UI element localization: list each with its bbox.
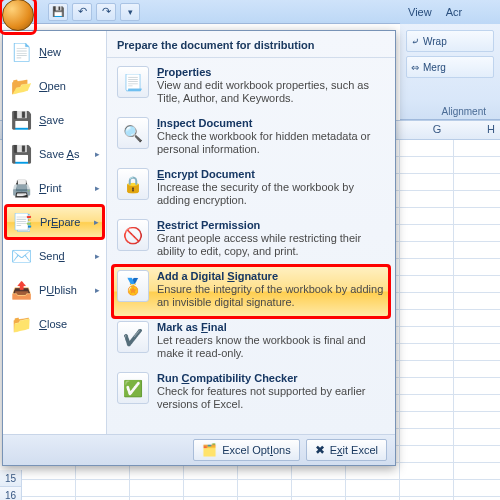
inspect-title: Inspect Document bbox=[157, 117, 385, 129]
menu-save-as-label: Save As bbox=[39, 148, 79, 160]
menu-close-label: Close bbox=[39, 318, 67, 330]
office-menu-left: 📄 New 📂 Open 💾 Save 💾 Save As ▸ 🖨️ Print… bbox=[3, 31, 107, 434]
menu-send[interactable]: ✉️ Send ▸ bbox=[5, 239, 104, 273]
properties-desc: View and edit workbook properties, such … bbox=[157, 79, 385, 105]
close-icon: 📁 bbox=[9, 312, 33, 336]
submenu-arrow-icon: ▸ bbox=[95, 285, 100, 295]
column-header-h[interactable]: H bbox=[464, 123, 500, 135]
exit-icon: ✖ bbox=[315, 443, 325, 457]
menu-open-label: Open bbox=[39, 80, 66, 92]
save-as-icon: 💾 bbox=[9, 142, 33, 166]
prepare-add-digital-signature[interactable]: 🏅 Add a Digital Signature Ensure the int… bbox=[113, 266, 389, 317]
ribbon-group-alignment: ⤶ Wrap ⇔ Merg Alignment bbox=[400, 24, 500, 120]
restrict-title: Restrict Permission bbox=[157, 219, 385, 231]
wrap-text-label: Wrap bbox=[423, 36, 447, 47]
prepare-properties[interactable]: 📃 Properties View and edit workbook prop… bbox=[113, 62, 389, 113]
submenu-arrow-icon: ▸ bbox=[94, 217, 99, 227]
menu-publish-label: PUblish bbox=[39, 284, 77, 296]
prepare-compatibility-checker[interactable]: ✅ Run Compatibility Checker Check for fe… bbox=[113, 368, 389, 419]
menu-save-label: Save bbox=[39, 114, 64, 126]
highlight-office-button bbox=[0, 0, 37, 35]
prepare-submenu: Prepare the document for distribution 📃 … bbox=[107, 31, 395, 434]
excel-options-label: Excel OptIons bbox=[222, 444, 291, 456]
restrict-desc: Grant people access while restricting th… bbox=[157, 232, 385, 258]
wrap-text-button[interactable]: ⤶ Wrap bbox=[406, 30, 494, 52]
encrypt-icon: 🔒 bbox=[117, 168, 149, 200]
menu-new-label: New bbox=[39, 46, 61, 58]
save-icon: 💾 bbox=[9, 108, 33, 132]
wrap-text-icon: ⤶ bbox=[411, 36, 419, 47]
ribbon-tabs: View Acr bbox=[400, 0, 500, 24]
prepare-mark-as-final[interactable]: ✔️ Mark as Final Let readers know the wo… bbox=[113, 317, 389, 368]
send-icon: ✉️ bbox=[9, 244, 33, 268]
restrict-icon: 🚫 bbox=[117, 219, 149, 251]
final-icon: ✔️ bbox=[117, 321, 149, 353]
properties-title: Properties bbox=[157, 66, 385, 78]
menu-print[interactable]: 🖨️ Print ▸ bbox=[5, 171, 104, 205]
signature-title: Add a Digital Signature bbox=[157, 270, 385, 282]
compat-title: Run Compatibility Checker bbox=[157, 372, 385, 384]
final-desc: Let readers know the workbook is final a… bbox=[157, 334, 385, 360]
menu-new[interactable]: 📄 New bbox=[5, 35, 104, 69]
prepare-icon: 📑 bbox=[10, 210, 34, 234]
open-icon: 📂 bbox=[9, 74, 33, 98]
ribbon-group-label: Alignment bbox=[442, 106, 486, 117]
encrypt-desc: Increase the security of the workbook by… bbox=[157, 181, 385, 207]
prepare-inspect-document[interactable]: 🔍 Inspect Document Check the workbook fo… bbox=[113, 113, 389, 164]
new-icon: 📄 bbox=[9, 40, 33, 64]
qat-customize-button[interactable] bbox=[120, 3, 140, 21]
inspect-icon: 🔍 bbox=[117, 117, 149, 149]
excel-options-button[interactable]: 🗂️ Excel OptIons bbox=[193, 439, 300, 461]
submenu-arrow-icon: ▸ bbox=[95, 183, 100, 193]
prepare-submenu-header: Prepare the document for distribution bbox=[107, 31, 395, 58]
menu-print-label: Print bbox=[39, 182, 62, 194]
menu-close[interactable]: 📁 Close bbox=[5, 307, 104, 341]
menu-prepare[interactable]: 📑 PrEpare ▸ bbox=[5, 205, 104, 239]
qat-undo-button[interactable] bbox=[72, 3, 92, 21]
office-menu: 📄 New 📂 Open 💾 Save 💾 Save As ▸ 🖨️ Print… bbox=[2, 30, 396, 466]
final-title: Mark as Final bbox=[157, 321, 385, 333]
qat-redo-button[interactable] bbox=[96, 3, 116, 21]
tab-view[interactable]: View bbox=[408, 6, 432, 18]
menu-save[interactable]: 💾 Save bbox=[5, 103, 104, 137]
exit-excel-button[interactable]: ✖ Exit Excel bbox=[306, 439, 387, 461]
row-header[interactable]: 15 bbox=[0, 470, 22, 487]
merge-label: Merg bbox=[423, 62, 446, 73]
tab-acrobat[interactable]: Acr bbox=[446, 6, 463, 18]
compat-icon: ✅ bbox=[117, 372, 149, 404]
menu-prepare-label: PrEpare bbox=[40, 216, 80, 228]
qat-save-button[interactable] bbox=[48, 3, 68, 21]
options-icon: 🗂️ bbox=[202, 443, 217, 457]
publish-icon: 📤 bbox=[9, 278, 33, 302]
menu-open[interactable]: 📂 Open bbox=[5, 69, 104, 103]
inspect-desc: Check the workbook for hidden metadata o… bbox=[157, 130, 385, 156]
submenu-arrow-icon: ▸ bbox=[95, 149, 100, 159]
menu-publish[interactable]: 📤 PUblish ▸ bbox=[5, 273, 104, 307]
encrypt-title: Encrypt Document bbox=[157, 168, 385, 180]
merge-center-button[interactable]: ⇔ Merg bbox=[406, 56, 494, 78]
office-menu-footer: 🗂️ Excel OptIons ✖ Exit Excel bbox=[3, 435, 395, 465]
exit-excel-label: Exit Excel bbox=[330, 444, 378, 456]
properties-icon: 📃 bbox=[117, 66, 149, 98]
print-icon: 🖨️ bbox=[9, 176, 33, 200]
compat-desc: Check for features not supported by earl… bbox=[157, 385, 385, 411]
signature-icon: 🏅 bbox=[117, 270, 149, 302]
signature-desc: Ensure the integrity of the workbook by … bbox=[157, 283, 385, 309]
menu-save-as[interactable]: 💾 Save As ▸ bbox=[5, 137, 104, 171]
menu-send-label: Send bbox=[39, 250, 65, 262]
submenu-arrow-icon: ▸ bbox=[95, 251, 100, 261]
row-header[interactable]: 16 bbox=[0, 487, 22, 500]
merge-icon: ⇔ bbox=[411, 62, 419, 73]
prepare-restrict-permission[interactable]: 🚫 Restrict Permission Grant people acces… bbox=[113, 215, 389, 266]
prepare-encrypt-document[interactable]: 🔒 Encrypt Document Increase the security… bbox=[113, 164, 389, 215]
column-header-g[interactable]: G bbox=[410, 123, 464, 135]
